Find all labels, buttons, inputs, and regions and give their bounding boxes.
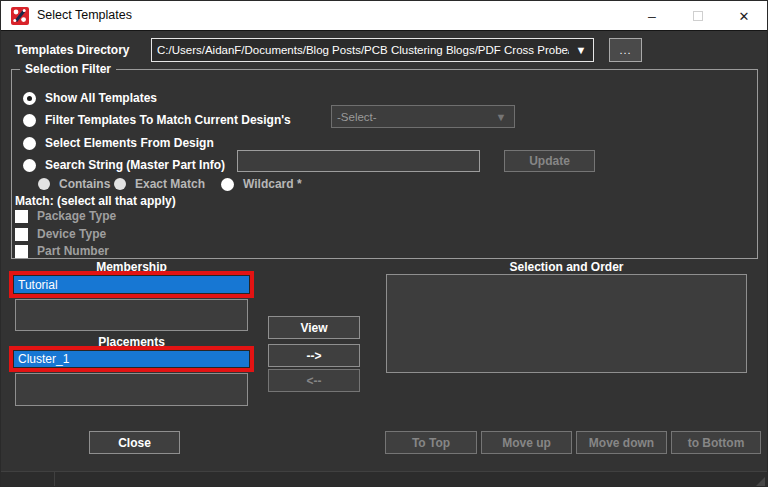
search-string-input[interactable] — [237, 150, 480, 172]
membership-annotation-box: Tutorial — [9, 271, 254, 298]
maximize-icon — [693, 11, 703, 21]
update-button[interactable]: Update — [504, 150, 595, 172]
chevron-down-icon: ▼ — [569, 44, 593, 56]
chevron-down-icon: ▼ — [488, 111, 514, 123]
select-templates-dialog: Select Templates – ✕ Templates Directory… — [0, 0, 768, 487]
checkbox-package-type[interactable]: Package Type — [15, 209, 116, 223]
view-button[interactable]: View — [268, 316, 360, 339]
radio-wildcard[interactable]: Wildcard * — [221, 177, 302, 191]
radio-selected-icon — [23, 92, 36, 105]
selection-and-order-label: Selection and Order — [386, 260, 747, 274]
placements-annotation-box: Cluster_1 — [9, 346, 254, 372]
maximize-button[interactable] — [675, 1, 721, 31]
membership-listbox[interactable] — [15, 299, 248, 331]
radio-label: Show All Templates — [45, 91, 157, 105]
move-down-button[interactable]: Move down — [576, 431, 667, 454]
minimize-icon: – — [648, 9, 656, 23]
radio-label: Exact Match — [135, 177, 205, 191]
radio-label: Select Elements From Design — [45, 136, 214, 150]
checkbox-label: Device Type — [37, 227, 106, 241]
checkbox-part-number[interactable]: Part Number — [15, 244, 109, 258]
close-dialog-button[interactable]: Close — [89, 431, 180, 454]
radio-unselected-icon — [221, 178, 234, 191]
radio-label: Filter Templates To Match Current Design… — [45, 113, 291, 127]
status-bar — [1, 471, 767, 487]
radio-unselected-icon — [38, 178, 50, 190]
app-icon — [11, 7, 29, 25]
radio-select-elements[interactable]: Select Elements From Design — [23, 136, 214, 150]
radio-unselected-icon — [23, 159, 36, 172]
selection-filter-title: Selection Filter — [20, 62, 116, 76]
to-top-button[interactable]: To Top — [385, 431, 477, 454]
radio-contains[interactable]: Contains — [38, 177, 110, 191]
move-right-button[interactable]: --> — [268, 344, 360, 367]
checkbox-label: Part Number — [37, 244, 109, 258]
radio-filter-templates[interactable]: Filter Templates To Match Current Design… — [23, 113, 291, 127]
title-bar: Select Templates – ✕ — [1, 1, 767, 31]
checkbox-label: Package Type — [37, 209, 116, 223]
window-title: Select Templates — [37, 8, 132, 22]
minimize-button[interactable]: – — [629, 1, 675, 31]
radio-search-string[interactable]: Search String (Master Part Info) — [23, 158, 225, 172]
close-icon: ✕ — [739, 10, 750, 23]
radio-label: Contains — [59, 177, 110, 191]
radio-label: Search String (Master Part Info) — [45, 158, 225, 172]
checkbox-unchecked-icon — [15, 210, 28, 223]
match-label: Match: (select all that apply) — [15, 194, 176, 208]
radio-exact-match[interactable]: Exact Match — [114, 177, 205, 191]
placements-selected-item[interactable]: Cluster_1 — [14, 351, 249, 367]
checkbox-unchecked-icon — [15, 245, 28, 258]
to-bottom-button[interactable]: to Bottom — [671, 431, 761, 454]
close-button[interactable]: ✕ — [721, 1, 767, 31]
design-select-dropdown[interactable]: -Select- ▼ — [331, 105, 515, 128]
browse-button[interactable]: ... — [609, 38, 642, 62]
checkbox-unchecked-icon — [15, 228, 28, 241]
radio-unselected-icon — [114, 178, 126, 190]
selection-and-order-listbox[interactable] — [386, 274, 747, 373]
radio-label: Wildcard * — [243, 177, 302, 191]
membership-selected-item[interactable]: Tutorial — [14, 276, 249, 293]
resize-grip[interactable] — [756, 477, 765, 486]
radio-show-all-templates[interactable]: Show All Templates — [23, 91, 157, 105]
radio-unselected-icon — [23, 137, 36, 150]
move-left-button[interactable]: <-- — [268, 369, 360, 392]
templates-directory-dropdown[interactable]: C:/Users/AidanF/Documents/Blog Posts/PCB… — [151, 38, 594, 62]
move-up-button[interactable]: Move up — [481, 431, 572, 454]
status-cell — [1, 472, 55, 487]
checkbox-device-type[interactable]: Device Type — [15, 227, 106, 241]
templates-directory-label: Templates Directory — [15, 43, 130, 57]
radio-unselected-icon — [23, 114, 36, 127]
templates-directory-path: C:/Users/AidanF/Documents/Blog Posts/PCB… — [152, 44, 569, 56]
design-select-value: -Select- — [332, 111, 488, 123]
placements-listbox[interactable] — [15, 373, 248, 406]
